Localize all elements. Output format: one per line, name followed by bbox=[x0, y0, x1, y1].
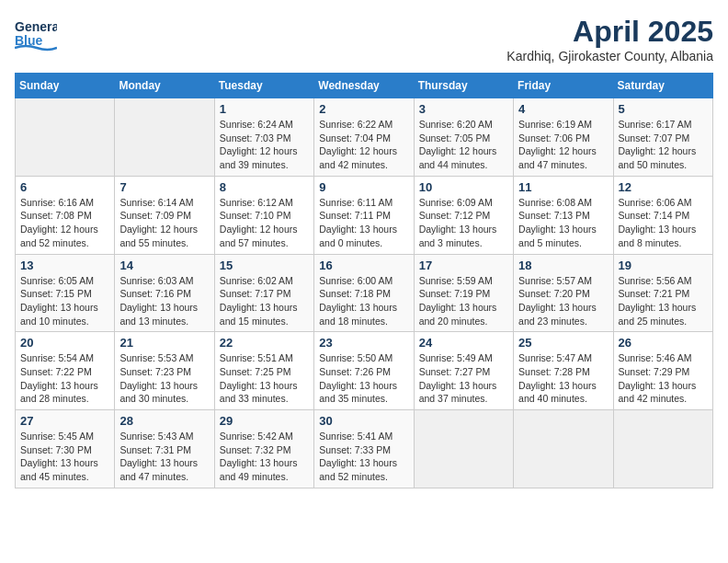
day-info: Sunrise: 6:14 AM Sunset: 7:09 PM Dayligh… bbox=[119, 196, 209, 250]
calendar-cell: 14Sunrise: 6:03 AM Sunset: 7:16 PM Dayli… bbox=[115, 254, 214, 332]
weekday-header-monday: Monday bbox=[115, 74, 214, 98]
weekday-header-tuesday: Tuesday bbox=[214, 74, 313, 98]
calendar-week-4: 20Sunrise: 5:54 AM Sunset: 7:22 PM Dayli… bbox=[16, 332, 713, 410]
day-info: Sunrise: 5:45 AM Sunset: 7:30 PM Dayligh… bbox=[20, 430, 109, 484]
calendar-cell: 1Sunrise: 6:24 AM Sunset: 7:03 PM Daylig… bbox=[214, 98, 313, 177]
day-info: Sunrise: 6:05 AM Sunset: 7:15 PM Dayligh… bbox=[20, 274, 109, 328]
day-number: 17 bbox=[419, 259, 508, 272]
calendar-week-5: 27Sunrise: 5:45 AM Sunset: 7:30 PM Dayli… bbox=[16, 410, 713, 488]
day-number: 14 bbox=[119, 259, 209, 272]
weekday-header-thursday: Thursday bbox=[414, 74, 513, 98]
calendar-week-2: 6Sunrise: 6:16 AM Sunset: 7:08 PM Daylig… bbox=[16, 176, 713, 254]
day-number: 19 bbox=[619, 259, 708, 272]
day-info: Sunrise: 5:53 AM Sunset: 7:23 PM Dayligh… bbox=[119, 351, 209, 406]
calendar-cell: 16Sunrise: 6:00 AM Sunset: 7:18 PM Dayli… bbox=[314, 254, 414, 332]
day-number: 13 bbox=[20, 259, 109, 272]
calendar-cell: 29Sunrise: 5:42 AM Sunset: 7:32 PM Dayli… bbox=[214, 410, 313, 488]
calendar-cell: 18Sunrise: 5:57 AM Sunset: 7:20 PM Dayli… bbox=[514, 254, 613, 332]
day-info: Sunrise: 6:03 AM Sunset: 7:16 PM Dayligh… bbox=[119, 274, 209, 328]
title-section: April 2025 Kardhiq, Gjirokaster County, … bbox=[506, 15, 713, 63]
day-number: 21 bbox=[119, 336, 209, 350]
calendar-cell: 30Sunrise: 5:41 AM Sunset: 7:33 PM Dayli… bbox=[314, 410, 414, 488]
calendar-cell: 27Sunrise: 5:45 AM Sunset: 7:30 PM Dayli… bbox=[16, 410, 115, 488]
weekday-header-sunday: Sunday bbox=[16, 74, 115, 98]
day-info: Sunrise: 5:42 AM Sunset: 7:32 PM Dayligh… bbox=[220, 430, 309, 484]
day-number: 30 bbox=[319, 414, 408, 428]
day-info: Sunrise: 5:54 AM Sunset: 7:22 PM Dayligh… bbox=[20, 351, 109, 406]
calendar-cell: 2Sunrise: 6:22 AM Sunset: 7:04 PM Daylig… bbox=[314, 98, 414, 177]
calendar-cell: 20Sunrise: 5:54 AM Sunset: 7:22 PM Dayli… bbox=[16, 332, 115, 410]
calendar-cell: 12Sunrise: 6:06 AM Sunset: 7:14 PM Dayli… bbox=[613, 176, 712, 254]
day-info: Sunrise: 5:50 AM Sunset: 7:26 PM Dayligh… bbox=[319, 351, 408, 406]
calendar-week-1: 1Sunrise: 6:24 AM Sunset: 7:03 PM Daylig… bbox=[16, 98, 713, 177]
day-number: 22 bbox=[220, 336, 309, 350]
day-info: Sunrise: 6:08 AM Sunset: 7:13 PM Dayligh… bbox=[518, 196, 608, 250]
day-info: Sunrise: 5:41 AM Sunset: 7:33 PM Dayligh… bbox=[319, 430, 408, 484]
day-info: Sunrise: 6:12 AM Sunset: 7:10 PM Dayligh… bbox=[220, 196, 309, 250]
day-info: Sunrise: 6:20 AM Sunset: 7:05 PM Dayligh… bbox=[419, 118, 508, 172]
day-number: 15 bbox=[220, 259, 309, 272]
calendar-cell: 7Sunrise: 6:14 AM Sunset: 7:09 PM Daylig… bbox=[115, 176, 214, 254]
calendar-cell: 26Sunrise: 5:46 AM Sunset: 7:29 PM Dayli… bbox=[613, 332, 712, 410]
day-info: Sunrise: 5:43 AM Sunset: 7:31 PM Dayligh… bbox=[119, 430, 209, 484]
calendar-cell: 23Sunrise: 5:50 AM Sunset: 7:26 PM Dayli… bbox=[314, 332, 414, 410]
day-number: 28 bbox=[119, 414, 209, 428]
calendar-cell: 25Sunrise: 5:47 AM Sunset: 7:28 PM Dayli… bbox=[514, 332, 613, 410]
calendar-cell: 11Sunrise: 6:08 AM Sunset: 7:13 PM Dayli… bbox=[514, 176, 613, 254]
day-number: 26 bbox=[619, 336, 708, 350]
calendar-cell: 4Sunrise: 6:19 AM Sunset: 7:06 PM Daylig… bbox=[514, 98, 613, 177]
calendar-cell: 3Sunrise: 6:20 AM Sunset: 7:05 PM Daylig… bbox=[414, 98, 513, 177]
calendar-cell: 24Sunrise: 5:49 AM Sunset: 7:27 PM Dayli… bbox=[414, 332, 513, 410]
logo: General Blue bbox=[15, 15, 57, 52]
calendar-cell bbox=[613, 410, 712, 488]
calendar-cell: 5Sunrise: 6:17 AM Sunset: 7:07 PM Daylig… bbox=[613, 98, 712, 177]
calendar-cell: 13Sunrise: 6:05 AM Sunset: 7:15 PM Dayli… bbox=[16, 254, 115, 332]
location: Kardhiq, Gjirokaster County, Albania bbox=[506, 49, 713, 63]
calendar-cell: 6Sunrise: 6:16 AM Sunset: 7:08 PM Daylig… bbox=[16, 176, 115, 254]
day-number: 3 bbox=[419, 102, 508, 116]
day-info: Sunrise: 5:57 AM Sunset: 7:20 PM Dayligh… bbox=[518, 274, 608, 328]
calendar-cell: 9Sunrise: 6:11 AM Sunset: 7:11 PM Daylig… bbox=[314, 176, 414, 254]
day-number: 25 bbox=[518, 336, 608, 350]
day-info: Sunrise: 6:17 AM Sunset: 7:07 PM Dayligh… bbox=[619, 118, 708, 172]
svg-text:General: General bbox=[15, 19, 57, 34]
logo-icon: General Blue bbox=[15, 15, 57, 52]
day-number: 12 bbox=[619, 180, 708, 194]
calendar-header-row: SundayMondayTuesdayWednesdayThursdayFrid… bbox=[16, 74, 713, 98]
day-number: 27 bbox=[20, 414, 109, 428]
logo-svg: General Blue bbox=[15, 15, 57, 52]
day-info: Sunrise: 5:46 AM Sunset: 7:29 PM Dayligh… bbox=[619, 351, 708, 406]
day-info: Sunrise: 5:51 AM Sunset: 7:25 PM Dayligh… bbox=[220, 351, 309, 406]
day-number: 10 bbox=[419, 180, 508, 194]
calendar-week-3: 13Sunrise: 6:05 AM Sunset: 7:15 PM Dayli… bbox=[16, 254, 713, 332]
day-info: Sunrise: 6:19 AM Sunset: 7:06 PM Dayligh… bbox=[518, 118, 608, 172]
weekday-header-saturday: Saturday bbox=[613, 74, 712, 98]
calendar-cell: 21Sunrise: 5:53 AM Sunset: 7:23 PM Dayli… bbox=[115, 332, 214, 410]
day-info: Sunrise: 6:24 AM Sunset: 7:03 PM Dayligh… bbox=[220, 118, 309, 172]
day-info: Sunrise: 5:47 AM Sunset: 7:28 PM Dayligh… bbox=[518, 351, 608, 406]
day-info: Sunrise: 5:56 AM Sunset: 7:21 PM Dayligh… bbox=[619, 274, 708, 328]
calendar-cell: 17Sunrise: 5:59 AM Sunset: 7:19 PM Dayli… bbox=[414, 254, 513, 332]
day-number: 4 bbox=[518, 102, 608, 116]
month-title: April 2025 bbox=[506, 15, 713, 49]
day-info: Sunrise: 6:06 AM Sunset: 7:14 PM Dayligh… bbox=[619, 196, 708, 250]
day-info: Sunrise: 6:22 AM Sunset: 7:04 PM Dayligh… bbox=[319, 118, 408, 172]
day-number: 1 bbox=[220, 102, 309, 116]
day-number: 6 bbox=[20, 180, 109, 194]
day-number: 23 bbox=[319, 336, 408, 350]
day-number: 9 bbox=[319, 180, 408, 194]
day-number: 20 bbox=[20, 336, 109, 350]
calendar-cell bbox=[16, 98, 115, 177]
calendar-cell: 19Sunrise: 5:56 AM Sunset: 7:21 PM Dayli… bbox=[613, 254, 712, 332]
day-info: Sunrise: 6:02 AM Sunset: 7:17 PM Dayligh… bbox=[220, 274, 309, 328]
page-header: General Blue April 2025 Kardhiq, Gjiroka… bbox=[15, 15, 713, 63]
day-number: 16 bbox=[319, 259, 408, 272]
day-info: Sunrise: 5:59 AM Sunset: 7:19 PM Dayligh… bbox=[419, 274, 508, 328]
calendar-cell: 28Sunrise: 5:43 AM Sunset: 7:31 PM Dayli… bbox=[115, 410, 214, 488]
calendar-cell: 22Sunrise: 5:51 AM Sunset: 7:25 PM Dayli… bbox=[214, 332, 313, 410]
day-info: Sunrise: 6:11 AM Sunset: 7:11 PM Dayligh… bbox=[319, 196, 408, 250]
calendar-cell: 8Sunrise: 6:12 AM Sunset: 7:10 PM Daylig… bbox=[214, 176, 313, 254]
day-info: Sunrise: 6:09 AM Sunset: 7:12 PM Dayligh… bbox=[419, 196, 508, 250]
day-info: Sunrise: 5:49 AM Sunset: 7:27 PM Dayligh… bbox=[419, 351, 508, 406]
calendar-cell bbox=[414, 410, 513, 488]
